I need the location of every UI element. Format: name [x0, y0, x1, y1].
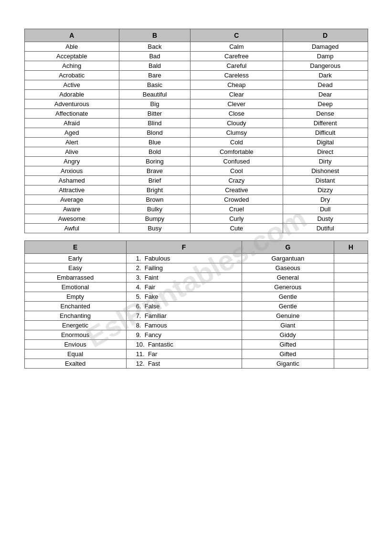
- list-item: Exalted: [24, 359, 126, 369]
- list-item: Envious: [24, 340, 126, 349]
- table-row: Equal11. FarGifted: [24, 349, 368, 359]
- list-item: Damaged: [283, 42, 368, 52]
- table-row: AshamedBriefCrazyDistant: [24, 176, 368, 185]
- list-item: Adorable: [24, 90, 119, 99]
- list-item: Creative: [191, 185, 283, 195]
- list-item: Gentle: [242, 292, 334, 302]
- list-item: Early: [24, 254, 126, 263]
- list-item: Bright: [119, 185, 190, 195]
- list-item: General: [242, 273, 334, 283]
- list-item: 8. Famous: [126, 321, 242, 330]
- list-item: Aged: [24, 128, 119, 138]
- list-item: Blond: [119, 128, 190, 138]
- list-item: Deep: [283, 99, 368, 109]
- table-row: AwfulBusyCuteDutiful: [24, 224, 368, 233]
- table-row: Enchanted6. FalseGentle: [24, 302, 368, 311]
- list-item: Clumsy: [191, 128, 283, 138]
- list-item: 9. Fancy: [126, 330, 242, 340]
- list-item: Cute: [191, 224, 283, 233]
- list-item: Attractive: [24, 185, 119, 195]
- list-item: Gentle: [242, 302, 334, 311]
- table-row: Energetic8. FamousGiant: [24, 321, 368, 330]
- table-row: Early1. FabulousGargantuan: [24, 254, 368, 263]
- table-row: AngryBoringConfusedDirty: [24, 157, 368, 166]
- list-item: Carefree: [191, 52, 283, 61]
- header-g: G: [242, 241, 334, 254]
- list-item: [334, 321, 368, 330]
- list-item: Dirty: [283, 157, 368, 166]
- list-item: [334, 330, 368, 340]
- table-row: AwareBulkyCruelDull: [24, 205, 368, 214]
- table-row: AliveBoldComfortableDirect: [24, 147, 368, 157]
- list-item: Dizzy: [283, 185, 368, 195]
- list-item: Dear: [283, 90, 368, 99]
- list-item: 6. False: [126, 302, 242, 311]
- list-item: Comfortable: [191, 147, 283, 157]
- list-item: Gargantuan: [242, 254, 334, 263]
- header-b: B: [119, 29, 190, 42]
- list-item: 7. Familiar: [126, 311, 242, 321]
- list-item: Acceptable: [24, 52, 119, 61]
- list-item: Brief: [119, 176, 190, 185]
- list-item: Boring: [119, 157, 190, 166]
- list-item: Average: [24, 195, 119, 205]
- list-item: Easy: [24, 263, 126, 273]
- list-item: 3. Faint: [126, 273, 242, 283]
- table-row: AdventurousBigCleverDeep: [24, 99, 368, 109]
- list-item: Ashamed: [24, 176, 119, 185]
- list-item: Careless: [191, 71, 283, 80]
- list-item: Awful: [24, 224, 119, 233]
- list-item: [334, 340, 368, 349]
- list-item: Giant: [242, 321, 334, 330]
- list-item: Dull: [283, 205, 368, 214]
- list-item: Bold: [119, 147, 190, 157]
- list-item: Awesome: [24, 214, 119, 224]
- list-item: Cold: [191, 138, 283, 147]
- table-row: AffectionateBitterCloseDense: [24, 109, 368, 119]
- list-item: Clear: [191, 90, 283, 99]
- list-item: Dead: [283, 80, 368, 90]
- table-row: AlertBlueColdDigital: [24, 138, 368, 147]
- list-item: Dark: [283, 71, 368, 80]
- header-f: F: [126, 241, 242, 254]
- list-item: Genuine: [242, 311, 334, 321]
- table-row: AbleBackCalmDamaged: [24, 42, 368, 52]
- list-item: 4. Fair: [126, 283, 242, 292]
- list-item: Crazy: [191, 176, 283, 185]
- list-item: Afraid: [24, 119, 119, 128]
- list-item: Distant: [283, 176, 368, 185]
- list-item: Alert: [24, 138, 119, 147]
- list-item: 2. Failing: [126, 263, 242, 273]
- list-item: Cloudy: [191, 119, 283, 128]
- list-item: Different: [283, 119, 368, 128]
- list-item: Embarrassed: [24, 273, 126, 283]
- list-item: Able: [24, 42, 119, 52]
- list-item: Big: [119, 99, 190, 109]
- list-item: Brown: [119, 195, 190, 205]
- list-item: Emotional: [24, 283, 126, 292]
- list-item: Damp: [283, 52, 368, 61]
- table-row: Empty5. FakeGentle: [24, 292, 368, 302]
- list-item: Acrobatic: [24, 71, 119, 80]
- list-item: Dry: [283, 195, 368, 205]
- list-item: [334, 311, 368, 321]
- list-item: Empty: [24, 292, 126, 302]
- list-item: Digital: [283, 138, 368, 147]
- list-item: Bulky: [119, 205, 190, 214]
- list-item: Calm: [191, 42, 283, 52]
- list-item: Careful: [191, 61, 283, 71]
- table-row: AnxiousBraveCoolDishonest: [24, 166, 368, 176]
- table-row: AttractiveBrightCreativeDizzy: [24, 185, 368, 195]
- list-item: Close: [191, 109, 283, 119]
- table-row: AfraidBlindCloudyDifferent: [24, 119, 368, 128]
- table-row: ActiveBasicCheapDead: [24, 80, 368, 90]
- list-item: Bumpy: [119, 214, 190, 224]
- list-item: Energetic: [24, 321, 126, 330]
- list-item: Beautiful: [119, 90, 190, 99]
- list-item: Alive: [24, 147, 119, 157]
- list-item: Gifted: [242, 340, 334, 349]
- list-item: [334, 292, 368, 302]
- list-item: Adventurous: [24, 99, 119, 109]
- list-item: Direct: [283, 147, 368, 157]
- list-item: Blue: [119, 138, 190, 147]
